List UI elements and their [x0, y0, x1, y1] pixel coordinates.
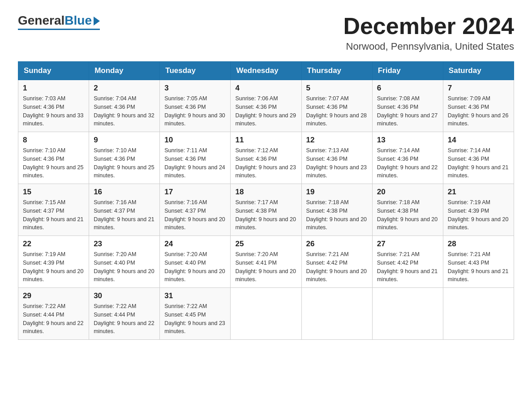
calendar-day-cell: 7Sunrise: 7:09 AMSunset: 4:36 PMDaylight… — [443, 80, 514, 132]
day-info: Sunrise: 7:04 AMSunset: 4:36 PMDaylight:… — [94, 94, 155, 128]
logo-blue-part: Blue — [64, 13, 100, 28]
calendar-day-cell — [301, 288, 372, 340]
weekday-header-monday: Monday — [89, 62, 160, 80]
calendar-day-cell: 8Sunrise: 7:10 AMSunset: 4:36 PMDaylight… — [18, 132, 89, 184]
logo-arrow-icon — [94, 17, 100, 26]
calendar-day-cell: 5Sunrise: 7:07 AMSunset: 4:36 PMDaylight… — [301, 80, 372, 132]
day-info: Sunrise: 7:08 AMSunset: 4:36 PMDaylight:… — [377, 94, 438, 128]
calendar-day-cell: 14Sunrise: 7:14 AMSunset: 4:36 PMDayligh… — [443, 132, 514, 184]
calendar-day-cell: 25Sunrise: 7:20 AMSunset: 4:41 PMDayligh… — [231, 236, 301, 288]
calendar-day-cell: 3Sunrise: 7:05 AMSunset: 4:36 PMDaylight… — [160, 80, 231, 132]
day-number: 17 — [164, 188, 226, 197]
calendar-week-row: 8Sunrise: 7:10 AMSunset: 4:36 PMDaylight… — [18, 132, 514, 184]
calendar-week-row: 15Sunrise: 7:15 AMSunset: 4:37 PMDayligh… — [18, 184, 514, 236]
day-info: Sunrise: 7:14 AMSunset: 4:36 PMDaylight:… — [377, 146, 438, 180]
day-info: Sunrise: 7:07 AMSunset: 4:36 PMDaylight:… — [306, 94, 368, 128]
day-number: 25 — [235, 240, 296, 248]
day-number: 11 — [235, 136, 296, 145]
weekday-header-tuesday: Tuesday — [160, 62, 231, 80]
day-number: 6 — [377, 84, 438, 93]
day-info: Sunrise: 7:20 AMSunset: 4:40 PMDaylight:… — [94, 250, 155, 284]
day-number: 31 — [164, 291, 226, 300]
day-info: Sunrise: 7:12 AMSunset: 4:36 PMDaylight:… — [235, 146, 296, 180]
day-number: 27 — [377, 240, 438, 248]
day-number: 26 — [306, 240, 368, 248]
calendar-day-cell — [231, 288, 301, 340]
day-number: 5 — [306, 84, 368, 93]
day-info: Sunrise: 7:21 AMSunset: 4:42 PMDaylight:… — [377, 250, 438, 284]
weekday-header-row: SundayMondayTuesdayWednesdayThursdayFrid… — [18, 62, 514, 80]
day-number: 19 — [306, 188, 368, 197]
day-info: Sunrise: 7:16 AMSunset: 4:37 PMDaylight:… — [94, 198, 155, 232]
day-number: 10 — [164, 136, 226, 145]
day-number: 12 — [306, 136, 368, 145]
calendar-day-cell: 31Sunrise: 7:22 AMSunset: 4:45 PMDayligh… — [160, 288, 231, 340]
calendar-day-cell: 26Sunrise: 7:21 AMSunset: 4:42 PMDayligh… — [301, 236, 372, 288]
day-info: Sunrise: 7:21 AMSunset: 4:43 PMDaylight:… — [448, 250, 509, 284]
day-info: Sunrise: 7:16 AMSunset: 4:37 PMDaylight:… — [164, 198, 226, 232]
calendar-week-row: 22Sunrise: 7:19 AMSunset: 4:39 PMDayligh… — [18, 236, 514, 288]
weekday-header-thursday: Thursday — [301, 62, 372, 80]
day-info: Sunrise: 7:20 AMSunset: 4:41 PMDaylight:… — [235, 250, 296, 284]
title-area: December 2024 Norwood, Pennsylvania, Uni… — [343, 13, 514, 52]
day-number: 22 — [23, 240, 84, 248]
weekday-header-saturday: Saturday — [443, 62, 514, 80]
calendar-day-cell: 2Sunrise: 7:04 AMSunset: 4:36 PMDaylight… — [89, 80, 160, 132]
calendar-day-cell: 22Sunrise: 7:19 AMSunset: 4:39 PMDayligh… — [18, 236, 89, 288]
day-number: 20 — [377, 188, 438, 197]
day-info: Sunrise: 7:14 AMSunset: 4:36 PMDaylight:… — [448, 146, 509, 180]
calendar-day-cell: 19Sunrise: 7:18 AMSunset: 4:38 PMDayligh… — [301, 184, 372, 236]
day-info: Sunrise: 7:22 AMSunset: 4:44 PMDaylight:… — [23, 302, 84, 336]
day-number: 7 — [448, 84, 509, 93]
day-info: Sunrise: 7:19 AMSunset: 4:39 PMDaylight:… — [23, 250, 84, 284]
calendar-day-cell: 6Sunrise: 7:08 AMSunset: 4:36 PMDaylight… — [372, 80, 443, 132]
day-info: Sunrise: 7:21 AMSunset: 4:42 PMDaylight:… — [306, 250, 368, 284]
calendar-day-cell: 10Sunrise: 7:11 AMSunset: 4:36 PMDayligh… — [160, 132, 231, 184]
calendar-day-cell: 1Sunrise: 7:03 AMSunset: 4:36 PMDaylight… — [18, 80, 89, 132]
calendar-table: SundayMondayTuesdayWednesdayThursdayFrid… — [18, 61, 514, 340]
day-number: 3 — [164, 84, 226, 93]
day-number: 15 — [23, 188, 84, 197]
day-number: 18 — [235, 188, 296, 197]
calendar-day-cell: 21Sunrise: 7:19 AMSunset: 4:39 PMDayligh… — [443, 184, 514, 236]
calendar-day-cell: 28Sunrise: 7:21 AMSunset: 4:43 PMDayligh… — [443, 236, 514, 288]
calendar-day-cell: 20Sunrise: 7:18 AMSunset: 4:38 PMDayligh… — [372, 184, 443, 236]
calendar-day-cell: 11Sunrise: 7:12 AMSunset: 4:36 PMDayligh… — [231, 132, 301, 184]
header: General Blue December 2024 Norwood, Penn… — [18, 13, 514, 52]
logo-blue-text: Blue — [64, 13, 92, 28]
day-number: 14 — [448, 136, 509, 145]
calendar-day-cell: 30Sunrise: 7:22 AMSunset: 4:44 PMDayligh… — [89, 288, 160, 340]
day-number: 1 — [23, 84, 84, 93]
logo-general-text: General — [18, 13, 64, 28]
calendar-day-cell: 23Sunrise: 7:20 AMSunset: 4:40 PMDayligh… — [89, 236, 160, 288]
calendar-day-cell: 17Sunrise: 7:16 AMSunset: 4:37 PMDayligh… — [160, 184, 231, 236]
day-info: Sunrise: 7:22 AMSunset: 4:45 PMDaylight:… — [164, 302, 226, 336]
day-info: Sunrise: 7:19 AMSunset: 4:39 PMDaylight:… — [448, 198, 509, 232]
day-info: Sunrise: 7:09 AMSunset: 4:36 PMDaylight:… — [448, 94, 509, 128]
logo: General Blue — [18, 13, 100, 30]
day-number: 29 — [23, 291, 84, 300]
day-info: Sunrise: 7:20 AMSunset: 4:40 PMDaylight:… — [164, 250, 226, 284]
day-info: Sunrise: 7:05 AMSunset: 4:36 PMDaylight:… — [164, 94, 226, 128]
day-number: 21 — [448, 188, 509, 197]
calendar-week-row: 29Sunrise: 7:22 AMSunset: 4:44 PMDayligh… — [18, 288, 514, 340]
day-info: Sunrise: 7:22 AMSunset: 4:44 PMDaylight:… — [94, 302, 155, 336]
calendar-day-cell: 12Sunrise: 7:13 AMSunset: 4:36 PMDayligh… — [301, 132, 372, 184]
day-info: Sunrise: 7:17 AMSunset: 4:38 PMDaylight:… — [235, 198, 296, 232]
calendar-day-cell: 16Sunrise: 7:16 AMSunset: 4:37 PMDayligh… — [89, 184, 160, 236]
day-info: Sunrise: 7:03 AMSunset: 4:36 PMDaylight:… — [23, 94, 84, 128]
day-info: Sunrise: 7:15 AMSunset: 4:37 PMDaylight:… — [23, 198, 84, 232]
calendar-day-cell: 4Sunrise: 7:06 AMSunset: 4:36 PMDaylight… — [231, 80, 301, 132]
weekday-header-friday: Friday — [372, 62, 443, 80]
day-number: 24 — [164, 240, 226, 248]
calendar-day-cell — [443, 288, 514, 340]
day-number: 23 — [94, 240, 155, 248]
day-number: 4 — [235, 84, 296, 93]
day-number: 2 — [94, 84, 155, 93]
month-year-title: December 2024 — [343, 13, 514, 39]
logo-underline — [18, 29, 100, 30]
day-number: 28 — [448, 240, 509, 248]
day-info: Sunrise: 7:10 AMSunset: 4:36 PMDaylight:… — [94, 146, 155, 180]
weekday-header-wednesday: Wednesday — [231, 62, 301, 80]
day-info: Sunrise: 7:11 AMSunset: 4:36 PMDaylight:… — [164, 146, 226, 180]
